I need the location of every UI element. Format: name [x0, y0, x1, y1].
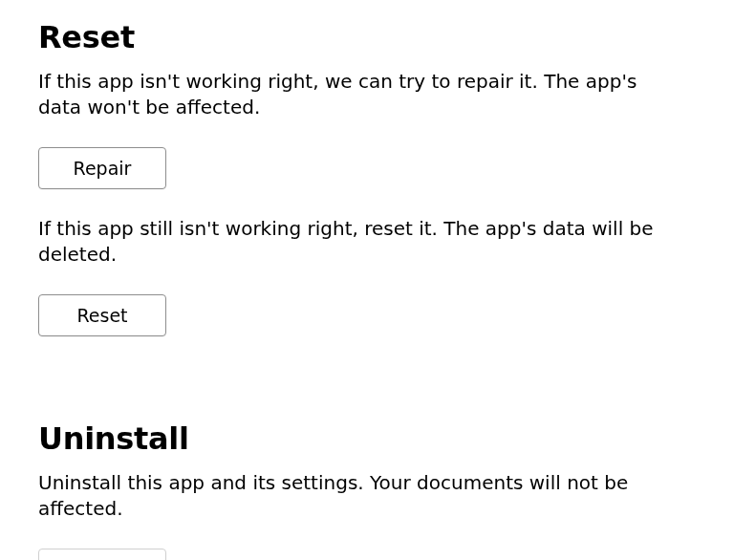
uninstall-description: Uninstall this app and its settings. You… [38, 470, 679, 522]
reset-description: If this app still isn't working right, r… [38, 216, 679, 268]
repair-description: If this app isn't working right, we can … [38, 69, 679, 120]
reset-button[interactable]: Reset [38, 294, 166, 336]
reset-section: Reset If this app isn't working right, w… [38, 19, 717, 363]
uninstall-section: Uninstall Uninstall this app and its set… [38, 420, 717, 560]
repair-button[interactable]: Repair [38, 147, 166, 189]
uninstall-heading: Uninstall [38, 420, 717, 457]
uninstall-button: Uninstall [38, 549, 166, 560]
reset-heading: Reset [38, 19, 717, 55]
